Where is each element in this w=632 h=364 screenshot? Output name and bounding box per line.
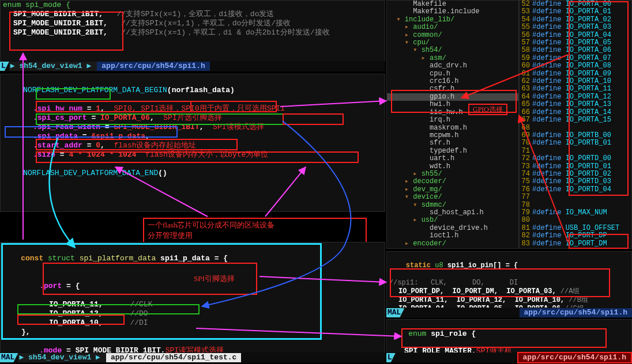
define-row: 68 — [520, 124, 631, 132]
norflash-field: .spi_pdata = &spi1_p_data, — [33, 132, 380, 141]
pane-enum-spi-role[interactable]: enum spi_role { SPI_ROLE_MASTER,SPI做主机SP… — [386, 319, 632, 354]
view-seg: ▶ sh54_dev_view1 ▶ — [18, 353, 106, 362]
define-row: 53#define IO_PORTA_01 — [520, 8, 631, 16]
define-row: 57#define IO_PORTA_05 — [520, 39, 631, 47]
norflash-begin: NORFLASH_DEV_PLATFORM_DATA_BEGIN(norflas… — [5, 77, 380, 104]
path-seg[interactable]: app/src/cpu/sh54/spi1.h — [520, 308, 632, 317]
tree-file[interactable]: Makefile.include — [387, 8, 518, 16]
define-row: 75#define IO_PORTD_03 — [520, 178, 631, 185]
define-row: 66#define IO_PORTA_14 — [520, 109, 631, 116]
tree-file[interactable]: csfr.h — [387, 85, 518, 93]
define-row: 69#define IO_PORTB_00 — [520, 132, 631, 139]
tree-file[interactable]: cpu.h — [387, 70, 518, 78]
define-row: 62#define IO_PORTA_10 — [520, 78, 631, 85]
tree-file[interactable]: typedef.h — [387, 147, 518, 155]
tree-file[interactable]: sd_host_api.h — [387, 209, 518, 217]
path-seg[interactable]: app/src/cpu/sh54/spi1_test.c — [106, 353, 241, 362]
define-row: 56#define IO_PORTA_04 — [520, 32, 631, 39]
pane-io-pin[interactable]: static u8 spi1_io_pin[] = { //spi1: CLK,… — [386, 251, 632, 309]
tree-file[interactable]: wdt.h — [387, 163, 518, 170]
define-row: 73#define IO_PORTD_01 — [520, 163, 631, 170]
tree-dir[interactable]: ▸ asm/ — [387, 55, 518, 62]
tree-file[interactable]: adc_drv.h — [387, 62, 518, 70]
tree-dir[interactable]: ▸ encoder/ — [387, 240, 518, 248]
define-row: 74#define IO_PORTD_02 — [520, 170, 631, 178]
mode-seg: L — [0, 62, 9, 71]
path-seg[interactable]: app/src/cpu/sh54/spi1.h — [97, 62, 209, 71]
statusbar-top-left: L ▶ sh54_dev_view1 ▶ app/src/cpu/sh54/sp… — [0, 61, 385, 71]
port-open: .port = { — [3, 272, 382, 300]
port-row: IO_PORTA_12, //DO — [49, 309, 382, 318]
tree-file[interactable]: uart.h — [387, 155, 518, 162]
tree-file[interactable]: maskrom.h — [387, 124, 518, 132]
define-row: 64#define IO_PORTA_12 — [520, 93, 631, 101]
norflash-field: .spi_hw_num = 1, SPI0, SPI1选择，SPI0用于内置，只… — [33, 104, 380, 113]
norflash-field: .size = 4 * 1024 * 1024 flash设备内存大小，以byt… — [33, 150, 380, 160]
norflash-field: .start_addr = 0, flash设备内存起始地址 — [33, 141, 380, 150]
tree-file[interactable]: irq.h — [387, 116, 518, 124]
tree-file[interactable]: Makefile — [387, 1, 518, 8]
io-pin-hdr: //spi1: CLK, DO, DI — [389, 279, 629, 287]
mode-row: .mode = SPI_MODE_BIDIR_1BIT,SPI读写模式选择 — [3, 337, 382, 354]
define-row: 83#define IO_PORT_DM — [520, 240, 631, 248]
define-row: 70#define IO_PORTB_01 — [520, 139, 631, 147]
define-row: 80 — [520, 217, 631, 224]
enum-item: SPI_MODE_UNIDIR_1BIT, //支持SPIx(x=1,1)，半双… — [13, 19, 385, 28]
define-row: 81#define USB_IO_OFFSET — [520, 225, 631, 232]
view-seg: ▶ sh54_dev_view1 ▶ — [9, 62, 97, 71]
define-row: 55#define IO_PORTA_03 — [520, 24, 631, 31]
tree-dir[interactable]: ▸ decoder/ — [387, 178, 518, 185]
tree-dir[interactable]: ▾ device/ — [387, 194, 518, 201]
tree-file[interactable]: mcpwm.h — [387, 132, 518, 139]
statusbar-right-2: L app/src/cpu/sh54/spi1.h — [386, 352, 632, 363]
enum-item: SPI_MODE_UNIDIR_2BIT, //支持SPIx(x=1)，半双工，… — [13, 28, 385, 37]
tree-file[interactable]: crc16.h — [387, 78, 518, 85]
pane-file-tree[interactable]: Makefile Makefile.include ▾ include_lib/… — [386, 0, 519, 249]
statusbar-bottom-left: MAL ▶ sh54_dev_view1 ▶ app/src/cpu/sh54/… — [0, 352, 385, 363]
spi1-decl: const struct spi_platform_data spi1_p_da… — [3, 245, 382, 272]
define-row: 59#define IO_PORTA_07 — [520, 55, 631, 62]
tree-file[interactable]: hwi.h — [387, 101, 518, 108]
tree-dir[interactable]: ▾ sh54/ — [387, 47, 518, 54]
tree-dir[interactable]: ▸ sh55/ — [387, 170, 518, 178]
enum-item: SPI_MODE_BIDIR_1BIT, //支持SPIx(x=1)，全双工，d… — [13, 10, 385, 19]
define-row: 54#define IO_PORTA_02 — [520, 16, 631, 24]
tree-dir[interactable]: ▾ sdmmc/ — [387, 202, 518, 209]
define-row: 78 — [520, 202, 631, 209]
tree-file[interactable]: ioctl.h — [387, 232, 518, 240]
pane-defines[interactable]: 52#define IO_PORTA_0053#define IO_PORTA_… — [519, 0, 632, 249]
port-close: }, — [3, 328, 382, 337]
tree-file[interactable]: sfr.h — [387, 139, 518, 147]
norflash-end: NORFLASH_DEV_PLATFORM_DATA_END() — [5, 160, 380, 187]
define-row: 61#define IO_PORTA_09 — [520, 70, 631, 78]
tree-file[interactable]: iic_hw.h — [387, 109, 518, 116]
port-row: IO_PORTA_10, //DI — [49, 318, 382, 328]
define-row: 79#define IO_MAX_NUM — [520, 209, 631, 217]
tree-file[interactable]: gpio.h — [387, 93, 518, 101]
tree-dir[interactable]: ▾ include_lib/ — [387, 16, 518, 24]
define-row: 67#define IO_PORTA_15 — [520, 116, 631, 124]
iopin-row: IO_PORTA_11, IO_PORTA_12, IO_PORTA_10, /… — [398, 296, 629, 305]
io-pin-decl: static u8 spi1_io_pin[] = { — [389, 253, 629, 279]
tree-dir[interactable]: ▸ usb/ — [387, 217, 518, 224]
mode-seg: MAL — [0, 353, 18, 362]
define-row: 52#define IO_PORTA_00 — [520, 1, 631, 8]
path-seg[interactable]: app/src/cpu/sh54/spi1.h — [517, 352, 632, 363]
iopin-row: IO_PORT_DP, IO_PORT_DM, IO_PORTA_03, //A… — [398, 287, 629, 296]
define-row: 65#define IO_PORTA_13 — [520, 101, 631, 108]
pane-norflash[interactable]: NORFLASH_DEV_PLATFORM_DATA_BEGIN(norflas… — [0, 74, 385, 212]
tree-dir[interactable]: ▸ dev_mg/ — [387, 186, 518, 194]
statusbar-right-1: MAL app/src/cpu/sh54/spi1.h — [386, 308, 632, 318]
enum-decl: enum spi_mode { — [1, 1, 385, 10]
tree-dir[interactable]: ▸ common/ — [387, 32, 518, 39]
define-row: 58#define IO_PORTA_06 — [520, 47, 631, 54]
define-row: 76#define IO_PORTD_04 — [520, 186, 631, 194]
spi-role-decl: enum spi_role { — [390, 321, 628, 347]
norflash-field: .spi_cs_port = IO_PORTA_06, SPI片选引脚选择 — [33, 113, 380, 123]
tree-file[interactable]: device_drive.h — [387, 225, 518, 232]
tree-dir[interactable]: ▸ audio/ — [387, 24, 518, 31]
pane-spi1-pdata[interactable]: const struct spi_platform_data spi1_p_da… — [0, 242, 385, 354]
define-row: 60#define IO_PORTA_08 — [520, 62, 631, 70]
define-row: 77 — [520, 194, 631, 201]
tree-dir[interactable]: ▾ cpu/ — [387, 39, 518, 47]
